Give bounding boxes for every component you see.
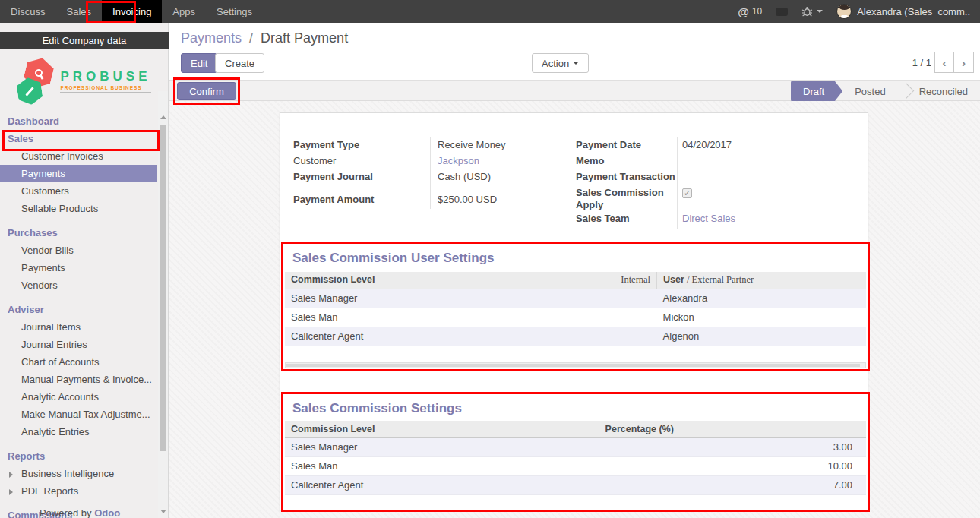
bug-icon bbox=[801, 6, 813, 17]
nav-discuss[interactable]: Discuss bbox=[0, 0, 56, 23]
sidebar-item-journal-items[interactable]: Journal Items bbox=[0, 318, 158, 336]
sidebar-item-vendors[interactable]: Vendors bbox=[0, 276, 158, 294]
user-header-fragment: User bbox=[663, 274, 684, 285]
user-menu[interactable]: Alexandra (Sales_comm.. bbox=[836, 4, 970, 19]
company-logo[interactable]: PROBUSE PROFESSIONAL BUSINESS bbox=[0, 52, 169, 111]
sales-team-label: Sales Team bbox=[576, 213, 677, 225]
action-label: Action bbox=[542, 58, 569, 69]
statusbar: Confirm Draft Posted Reconciled bbox=[169, 80, 980, 101]
sidebar-item-payments[interactable]: Payments bbox=[0, 165, 157, 182]
pager-prev-button[interactable]: ‹ bbox=[934, 52, 954, 73]
cell-level: Sales Man bbox=[285, 308, 657, 327]
create-button[interactable]: Create bbox=[215, 53, 264, 73]
col-commission-level[interactable]: Commission Level bbox=[285, 421, 599, 437]
sidebar-item-vendor-payments[interactable]: Payments bbox=[0, 259, 158, 276]
chevron-down-icon bbox=[817, 10, 823, 13]
cell-percentage: 10.00 bbox=[599, 456, 866, 475]
scrollbar-thumb[interactable] bbox=[160, 125, 166, 451]
breadcrumb-current: Draft Payment bbox=[261, 30, 348, 46]
cell-level: Sales Manager bbox=[285, 437, 599, 456]
table-row[interactable]: Sales Manager Alexandra bbox=[285, 289, 866, 308]
external-partner-header-fragment: / External Partner bbox=[684, 274, 754, 285]
edit-company-button[interactable]: Edit Company data bbox=[0, 32, 169, 49]
sidebar-item-vendor-bills[interactable]: Vendor Bills bbox=[0, 242, 158, 259]
sales-team-link[interactable]: Direct Sales bbox=[677, 213, 735, 225]
sidebar-item-pdf-reports[interactable]: PDF Reports bbox=[0, 482, 158, 500]
field-sales-team: Sales Team Direct Sales bbox=[576, 211, 858, 227]
confirm-button[interactable]: Confirm bbox=[177, 82, 236, 100]
table-row[interactable]: Callcenter Agent 7.00 bbox=[285, 475, 866, 494]
commission-settings-table: Commission Level Percentage (%) Sales Ma… bbox=[285, 421, 866, 495]
logo-name: PROBUSE bbox=[60, 69, 150, 84]
sidebar-item-analytic-entries[interactable]: Analytic Entries bbox=[0, 423, 158, 441]
payment-type-label: Payment Type bbox=[293, 139, 430, 151]
state-reconciled[interactable]: Reconciled bbox=[907, 81, 980, 102]
nav-sales[interactable]: Sales bbox=[56, 0, 103, 23]
payment-journal-value: Cash (USD) bbox=[430, 171, 491, 183]
edit-button[interactable]: Edit bbox=[181, 53, 217, 73]
pager-next-button[interactable]: › bbox=[954, 52, 974, 73]
customer-label: Customer bbox=[293, 155, 430, 167]
table-row[interactable]: Sales Man Mickon bbox=[285, 308, 866, 327]
nav-invoicing[interactable]: Invoicing bbox=[102, 0, 162, 23]
field-sales-commission-apply: Sales Commission Apply ✓ bbox=[576, 185, 858, 211]
field-separator bbox=[677, 137, 678, 229]
sales-commission-apply-label: Sales Commission Apply bbox=[576, 187, 677, 211]
scroll-up-icon[interactable] bbox=[160, 115, 166, 119]
messages-button[interactable] bbox=[776, 8, 788, 16]
sidebar-section-purchases[interactable]: Purchases bbox=[0, 224, 158, 242]
sidebar-item-manual-tax-adjustments[interactable]: Make Manual Tax Adjustme... bbox=[0, 406, 158, 423]
scroll-down-icon[interactable] bbox=[160, 510, 166, 513]
field-separator bbox=[430, 137, 431, 209]
sidebar-item-journal-entries[interactable]: Journal Entries bbox=[0, 336, 158, 353]
payment-amount-value: $250.00 USD bbox=[430, 194, 497, 206]
commission-level-header: Commission Level bbox=[291, 274, 375, 286]
payment-transaction-label: Payment Transaction bbox=[576, 171, 677, 183]
table-row[interactable]: Sales Manager 3.00 bbox=[285, 437, 866, 456]
user-settings-title: Sales Commission User Settings bbox=[292, 251, 494, 266]
sidebar-scrollbar[interactable] bbox=[158, 91, 168, 518]
sidebar-item-manual-payments[interactable]: Manual Payments & Invoice... bbox=[0, 371, 158, 388]
sidebar-item-sellable-products[interactable]: Sellable Products bbox=[0, 200, 158, 217]
odoo-brand[interactable]: Odoo bbox=[94, 507, 120, 518]
sidebar-item-customer-invoices[interactable]: Customer Invoices bbox=[0, 147, 158, 165]
scrollbar-thumb[interactable] bbox=[286, 364, 860, 367]
customer-link[interactable]: Jackpson bbox=[430, 155, 479, 167]
payment-journal-label: Payment Journal bbox=[293, 171, 430, 183]
action-dropdown-button[interactable]: Action bbox=[532, 53, 589, 73]
payment-type-value: Receive Money bbox=[430, 139, 506, 151]
col-percentage[interactable]: Percentage (%) bbox=[599, 421, 866, 437]
sidebar-item-customers[interactable]: Customers bbox=[0, 182, 158, 200]
sidebar-item-analytic-accounts[interactable]: Analytic Accounts bbox=[0, 388, 158, 406]
table-horizontal-scrollbar[interactable] bbox=[285, 362, 866, 368]
table-row[interactable]: Sales Man 10.00 bbox=[285, 456, 866, 475]
mentions-button[interactable]: @ 10 bbox=[738, 5, 762, 18]
sidebar-menu: Dashboard Sales Customer Invoices Paymen… bbox=[0, 112, 158, 518]
form-group-right: Payment Date 04/20/2017 Memo Payment Tra… bbox=[576, 137, 858, 227]
sidebar-item-business-intelligence[interactable]: Business Intelligence bbox=[0, 465, 158, 482]
sidebar-section-reports[interactable]: Reports bbox=[0, 447, 158, 465]
debug-menu-button[interactable] bbox=[801, 6, 823, 17]
sidebar-section-dashboard[interactable]: Dashboard bbox=[0, 112, 158, 130]
user-name: Alexandra (Sales_comm.. bbox=[857, 6, 970, 17]
app-window: Discuss Sales Invoicing Apps Settings @ … bbox=[0, 0, 980, 518]
payment-amount-label: Payment Amount bbox=[293, 194, 430, 206]
sidebar-section-sales[interactable]: Sales bbox=[0, 130, 158, 147]
field-payment-transaction: Payment Transaction bbox=[576, 169, 858, 185]
pager-count: 1 / 1 bbox=[912, 57, 931, 68]
breadcrumb-payments-link[interactable]: Payments bbox=[181, 30, 242, 46]
sidebar-item-label: PDF Reports bbox=[21, 485, 78, 497]
expand-caret-icon bbox=[9, 489, 13, 495]
sales-commission-apply-checkbox[interactable]: ✓ bbox=[682, 188, 692, 198]
nav-apps[interactable]: Apps bbox=[162, 0, 206, 23]
col-internal-user-external-partner[interactable]: User / External Partner bbox=[657, 272, 866, 289]
user-settings-table: Commission LevelInternal User / External… bbox=[285, 272, 866, 346]
commission-settings-title: Sales Commission Settings bbox=[292, 401, 462, 416]
nav-settings[interactable]: Settings bbox=[206, 0, 263, 23]
state-posted[interactable]: Posted bbox=[842, 81, 897, 102]
sidebar-section-adviser[interactable]: Adviser bbox=[0, 301, 158, 318]
cell-partner: Algenon bbox=[657, 327, 866, 346]
table-row[interactable]: Callcenter Agent Algenon bbox=[285, 327, 866, 346]
sidebar-item-chart-of-accounts[interactable]: Chart of Accounts bbox=[0, 353, 158, 371]
col-commission-level[interactable]: Commission LevelInternal bbox=[285, 272, 657, 289]
